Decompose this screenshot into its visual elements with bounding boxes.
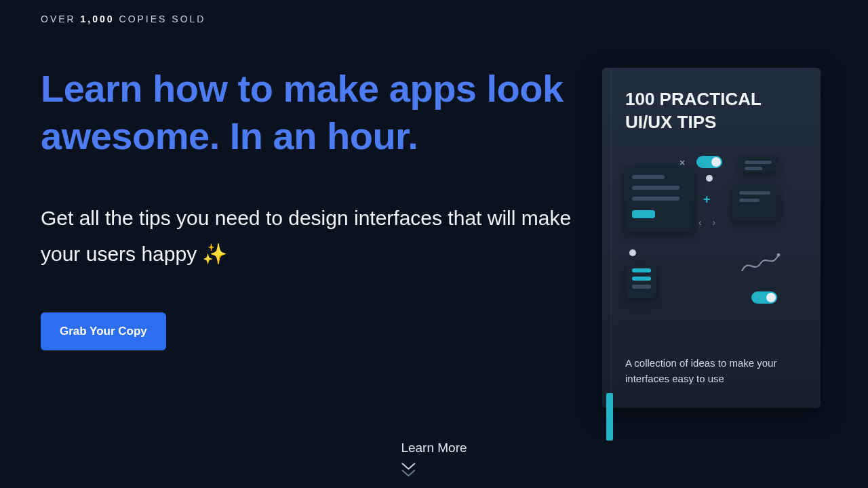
dot-icon: [706, 175, 713, 182]
badge-post: COPIES SOLD: [119, 14, 206, 24]
sales-badge: OVER 1,000 COPIES SOLD: [41, 14, 583, 24]
book-illustration: × +: [625, 156, 802, 332]
toggle-icon: [751, 291, 777, 304]
card-list: [625, 167, 693, 232]
card-mid: [732, 184, 778, 221]
badge-count: 1,000: [81, 14, 115, 24]
chevron-down-icon: [401, 469, 416, 477]
card-small: [739, 156, 778, 172]
book-cover: 100 PRACTICAL UI/UX TIPS × +: [602, 68, 821, 408]
book-ribbon: [606, 393, 613, 441]
arrows-icon: ‹ ›: [698, 217, 719, 228]
hero-title: Learn how to make apps look awesome. In …: [41, 65, 583, 160]
learn-more-link[interactable]: Learn More: [401, 441, 467, 476]
book-title: 100 PRACTICAL UI/UX TIPS: [625, 88, 803, 134]
plus-icon: +: [703, 192, 711, 207]
learn-more-label: Learn More: [401, 441, 467, 455]
card-menu: [627, 263, 656, 298]
chart-icon: [741, 251, 781, 278]
grab-copy-button[interactable]: Grab Your Copy: [41, 312, 166, 350]
svg-point-0: [777, 253, 781, 256]
toggle-icon: [696, 156, 722, 168]
hero-subtitle: Get all the tips you need to design inte…: [41, 201, 583, 272]
book-subtitle: A collection of ideas to make your inter…: [625, 356, 800, 386]
badge-pre: OVER: [41, 14, 76, 24]
dot-icon: [629, 249, 636, 256]
